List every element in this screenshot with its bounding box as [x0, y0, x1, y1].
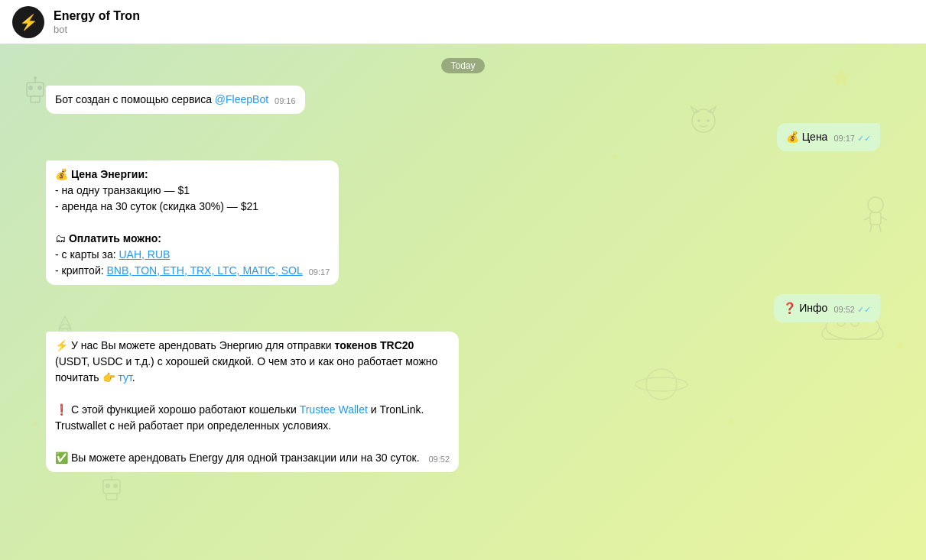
chat-area[interactable]: ★ ★ ★ ★ ★ — [0, 44, 926, 560]
svg-point-35 — [113, 484, 118, 488]
message-time: 09:52 ✓✓ — [833, 303, 871, 316]
bubble-text: Бот создан с помощью сервиса @FleepBot — [55, 93, 268, 105]
chat-header: ⚡ Energy of Tron bot — [0, 0, 926, 44]
message-row: ⚡ У нас Вы можете арендовать Энергию для… — [46, 332, 880, 472]
bubble-text: ⚡ У нас Вы можете арендовать Энергию для… — [55, 339, 437, 464]
svg-line-12 — [881, 217, 887, 220]
message-time: 09:17 — [309, 266, 330, 279]
header-info: Energy of Tron bot — [54, 8, 140, 34]
svg-text:★: ★ — [895, 339, 905, 352]
svg-text:★: ★ — [31, 418, 39, 429]
bubble-info-detail: ⚡ У нас Вы можете арендовать Энергию для… — [46, 332, 459, 472]
bubble-text: ❓ Инфо — [783, 302, 827, 314]
chat-content: Today Бот создан с помощью сервиса @Flee… — [46, 52, 880, 475]
message-row: ❓ Инфо 09:52 ✓✓ — [46, 294, 880, 322]
chat-subtitle: bot — [54, 24, 140, 35]
bubble-text: 💰 Цена — [786, 131, 828, 143]
svg-point-34 — [106, 484, 110, 488]
message-row: 💰 Цена 09:17 ✓✓ — [46, 123, 880, 151]
fleepbot-link[interactable]: @FleepBot — [215, 93, 268, 105]
message-row: 💰 Цена Энергии: - на одну транзакцию — $… — [46, 160, 880, 285]
svg-point-2 — [37, 86, 42, 90]
bubble-fleepbot: Бот создан с помощью сервиса @FleepBot 0… — [46, 86, 305, 114]
chat-title: Energy of Tron — [54, 8, 140, 23]
svg-rect-3 — [31, 96, 40, 102]
message-row: Бот создан с помощью сервиса @FleepBot 0… — [46, 86, 880, 114]
trustee-wallet-link[interactable]: Trustee Wallet — [300, 403, 368, 416]
tut-link[interactable]: тут — [118, 371, 132, 384]
bubble-info-out: ❓ Инфо 09:52 ✓✓ — [774, 294, 880, 322]
avatar: ⚡ — [12, 6, 44, 38]
card-payment-link[interactable]: UAH, RUB — [119, 248, 171, 261]
bubble-price-out: 💰 Цена 09:17 ✓✓ — [777, 123, 880, 151]
bubble-text: 💰 Цена Энергии: - на одну транзакцию — $… — [55, 168, 303, 277]
message-time: 09:16 — [275, 95, 296, 108]
svg-point-1 — [28, 86, 33, 90]
bubble-price-detail: 💰 Цена Энергии: - на одну транзакцию — $… — [46, 160, 339, 285]
message-time: 09:52 — [428, 453, 450, 466]
date-badge: Today — [441, 58, 484, 73]
svg-rect-36 — [106, 494, 117, 500]
avatar-icon: ⚡ — [19, 13, 38, 31]
message-time: 09:17 ✓✓ — [833, 132, 871, 145]
svg-point-5 — [34, 76, 37, 79]
read-ticks: ✓✓ — [857, 134, 871, 143]
crypto-payment-link[interactable]: BNB, TON, ETH, TRX, LTC, MATIC, SOL — [107, 264, 303, 277]
read-ticks: ✓✓ — [857, 305, 871, 314]
date-divider: Today — [46, 58, 880, 73]
